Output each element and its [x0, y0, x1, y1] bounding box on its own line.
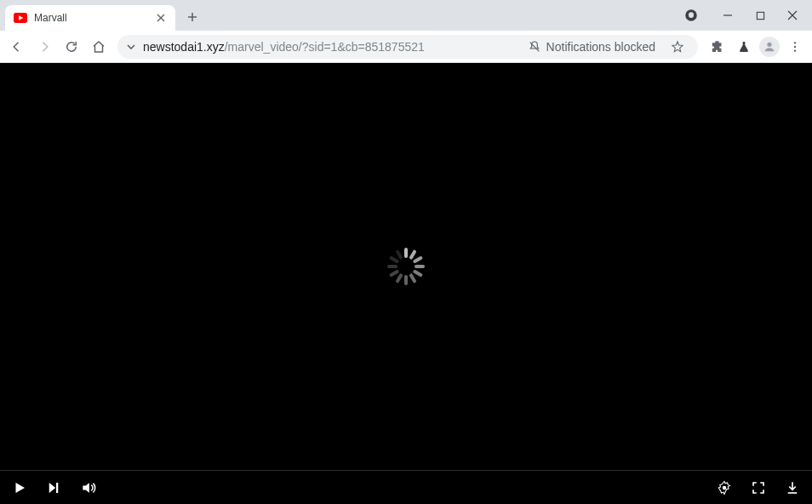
- kebab-menu-icon[interactable]: [783, 35, 807, 59]
- loading-spinner-icon: [387, 248, 425, 285]
- svg-rect-2: [757, 12, 763, 19]
- browser-tab[interactable]: Marvall: [5, 5, 175, 31]
- tab-title: Marvall: [34, 12, 148, 24]
- fullscreen-button[interactable]: [751, 480, 766, 495]
- bell-off-icon: [528, 40, 541, 54]
- download-button[interactable]: [785, 480, 800, 495]
- chevron-down-icon[interactable]: [126, 42, 136, 52]
- labs-icon[interactable]: [732, 35, 756, 59]
- avatar[interactable]: [759, 37, 780, 57]
- minimize-button[interactable]: [713, 3, 742, 27]
- back-button[interactable]: [5, 35, 29, 59]
- svg-point-6: [794, 49, 796, 51]
- next-button[interactable]: [46, 480, 61, 495]
- forward-button[interactable]: [32, 35, 56, 59]
- close-icon[interactable]: [155, 12, 167, 24]
- maximize-button[interactable]: [746, 3, 775, 27]
- home-button[interactable]: [87, 35, 111, 59]
- new-tab-button[interactable]: [180, 5, 204, 29]
- browser-toolbar: newstodai1.xyz/marvel_video/?sid=1&cb=85…: [0, 31, 812, 63]
- reload-button[interactable]: [60, 35, 83, 59]
- video-area[interactable]: [0, 63, 812, 470]
- svg-point-4: [794, 42, 796, 43]
- volume-button[interactable]: [80, 479, 97, 496]
- url-path: /marvel_video/?sid=1&cb=851875521: [225, 40, 425, 54]
- youtube-icon: [14, 11, 27, 25]
- extensions-icon[interactable]: [705, 35, 729, 59]
- bookmark-star-icon[interactable]: [666, 35, 689, 59]
- window-controls: [679, 0, 812, 31]
- tab-strip: Marvall: [0, 0, 679, 31]
- video-controls: [0, 470, 812, 504]
- svg-rect-7: [56, 483, 58, 493]
- play-button[interactable]: [12, 480, 27, 495]
- settings-button[interactable]: [717, 480, 732, 495]
- svg-point-5: [794, 45, 796, 47]
- url-text: newstodai1.xyz/marvel_video/?sid=1&cb=85…: [143, 40, 521, 54]
- notifications-label: Notifications blocked: [546, 40, 655, 54]
- url-host: newstodai1.xyz: [143, 40, 225, 54]
- address-bar[interactable]: newstodai1.xyz/marvel_video/?sid=1&cb=85…: [117, 35, 698, 59]
- incognito-icon[interactable]: [679, 3, 703, 27]
- svg-point-3: [767, 42, 771, 46]
- close-window-button[interactable]: [778, 3, 807, 27]
- window-titlebar: Marvall: [0, 0, 812, 31]
- svg-point-8: [723, 485, 727, 490]
- notifications-blocked-chip[interactable]: Notifications blocked: [528, 40, 659, 54]
